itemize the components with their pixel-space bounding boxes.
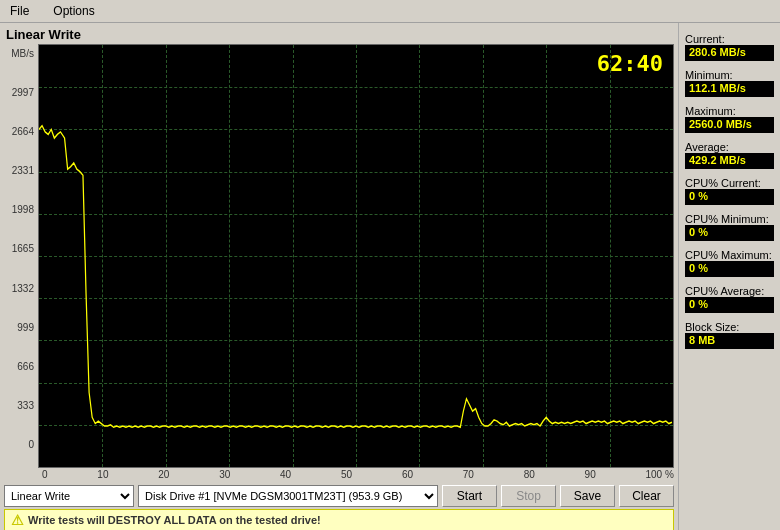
y-value-2664: 2664 (12, 126, 34, 137)
x-axis-spacer (4, 468, 42, 481)
warning-row: ⚠ Write tests will DESTROY ALL DATA on t… (4, 509, 674, 530)
cpu-average-label: CPU% Average: (685, 285, 774, 297)
y-value-2331: 2331 (12, 165, 34, 176)
y-axis: MB/s 2997 2664 2331 1998 1665 1332 999 6… (4, 44, 38, 468)
x-val-60: 60 (402, 469, 413, 480)
menubar: File Options (0, 0, 780, 23)
left-panel: Linear Write MB/s 2997 2664 2331 1998 16… (0, 23, 678, 530)
stat-cpu-current: CPU% Current: 0 % (685, 173, 774, 205)
y-value-1665: 1665 (12, 243, 34, 254)
right-panel: Current: 280.6 MB/s Minimum: 112.1 MB/s … (678, 23, 780, 530)
stat-cpu-minimum: CPU% Minimum: 0 % (685, 209, 774, 241)
x-val-70: 70 (463, 469, 474, 480)
cpu-maximum-label: CPU% Maximum: (685, 249, 774, 261)
x-axis: 0 10 20 30 40 50 60 70 80 90 100 % (42, 468, 674, 481)
y-value-1332: 1332 (12, 283, 34, 294)
stat-minimum: Minimum: 112.1 MB/s (685, 65, 774, 97)
average-value: 429.2 MB/s (685, 153, 774, 169)
x-val-80: 80 (524, 469, 535, 480)
start-button[interactable]: Start (442, 485, 497, 507)
save-button[interactable]: Save (560, 485, 615, 507)
chart-wrapper: MB/s 2997 2664 2331 1998 1665 1332 999 6… (4, 44, 674, 468)
cpu-maximum-value: 0 % (685, 261, 774, 277)
stat-current: Current: 280.6 MB/s (685, 29, 774, 61)
x-val-40: 40 (280, 469, 291, 480)
y-value-666: 666 (17, 361, 34, 372)
x-val-0: 0 (42, 469, 48, 480)
cpu-minimum-value: 0 % (685, 225, 774, 241)
y-value-333: 333 (17, 400, 34, 411)
minimum-value: 112.1 MB/s (685, 81, 774, 97)
cpu-minimum-label: CPU% Minimum: (685, 213, 774, 225)
x-val-90: 90 (585, 469, 596, 480)
stat-cpu-average: CPU% Average: 0 % (685, 281, 774, 313)
stat-average: Average: 429.2 MB/s (685, 137, 774, 169)
chart-area: 62:40 (38, 44, 674, 468)
test-type-select[interactable]: Linear Write Linear Read Random Write Ra… (4, 485, 134, 507)
cpu-current-value: 0 % (685, 189, 774, 205)
block-size-value: 8 MB (685, 333, 774, 349)
cpu-current-label: CPU% Current: (685, 177, 774, 189)
stat-block-size: Block Size: 8 MB (685, 317, 774, 349)
y-axis-label: MB/s (11, 48, 34, 59)
drive-select[interactable]: Disk Drive #1 [NVMe DGSM3001TM23T] (953.… (138, 485, 438, 507)
warning-icon: ⚠ (11, 512, 24, 528)
file-menu[interactable]: File (4, 2, 35, 20)
minimum-label: Minimum: (685, 69, 774, 81)
chart-title: Linear Write (4, 27, 674, 42)
cpu-average-value: 0 % (685, 297, 774, 313)
average-label: Average: (685, 141, 774, 153)
stat-maximum: Maximum: 2560.0 MB/s (685, 101, 774, 133)
clear-button[interactable]: Clear (619, 485, 674, 507)
x-val-30: 30 (219, 469, 230, 480)
stat-cpu-maximum: CPU% Maximum: 0 % (685, 245, 774, 277)
current-label: Current: (685, 33, 774, 45)
y-value-1998: 1998 (12, 204, 34, 215)
chart-svg (39, 45, 673, 467)
x-val-100: 100 % (646, 469, 674, 480)
maximum-value: 2560.0 MB/s (685, 117, 774, 133)
y-value-2997: 2997 (12, 87, 34, 98)
maximum-label: Maximum: (685, 105, 774, 117)
x-val-10: 10 (97, 469, 108, 480)
stop-button[interactable]: Stop (501, 485, 556, 507)
warning-text: Write tests will DESTROY ALL DATA on the… (28, 514, 321, 526)
y-value-0: 0 (28, 439, 34, 450)
x-axis-row: 0 10 20 30 40 50 60 70 80 90 100 % (4, 468, 674, 481)
current-value: 280.6 MB/s (685, 45, 774, 61)
main-container: Linear Write MB/s 2997 2664 2331 1998 16… (0, 23, 780, 530)
y-value-999: 999 (17, 322, 34, 333)
options-menu[interactable]: Options (47, 2, 100, 20)
x-val-20: 20 (158, 469, 169, 480)
controls-row: Linear Write Linear Read Random Write Ra… (4, 481, 674, 509)
x-val-50: 50 (341, 469, 352, 480)
block-size-label: Block Size: (685, 321, 774, 333)
